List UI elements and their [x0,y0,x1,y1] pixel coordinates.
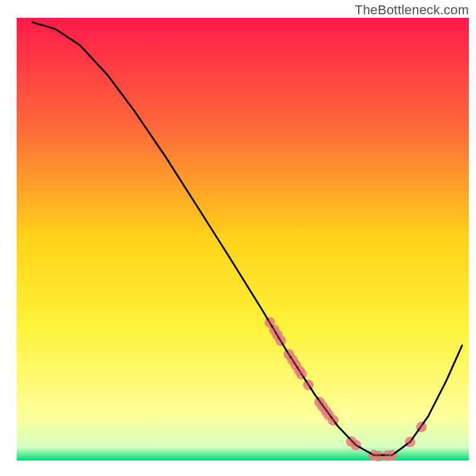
data-marker [375,453,381,459]
data-marker [305,382,311,388]
data-marker [275,332,281,338]
data-marker [407,439,413,445]
attribution-text: TheBottleneck.com [355,2,469,18]
data-marker [271,327,277,333]
data-marker [290,357,296,363]
data-marker [278,337,284,343]
chart-container: { "attribution": "TheBottleneck.com", "c… [0,0,476,476]
data-marker [293,362,299,368]
data-marker [299,371,305,377]
data-marker [389,452,395,458]
bottleneck-chart [0,0,476,476]
data-marker [330,417,336,423]
data-marker [267,320,273,325]
gradient-plot-area [17,18,469,461]
data-marker [353,442,359,448]
data-marker [286,351,292,357]
data-marker [418,424,424,430]
data-marker [325,412,331,418]
